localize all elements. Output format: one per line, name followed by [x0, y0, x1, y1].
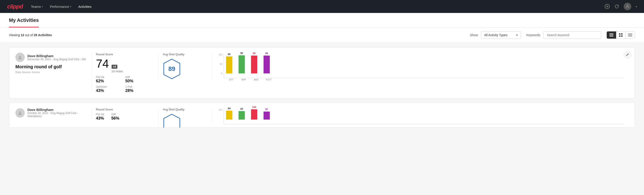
putt-bar	[264, 56, 270, 74]
arg-bar	[251, 56, 257, 74]
svg-point-15	[19, 56, 21, 58]
score-value: 74	[96, 58, 109, 70]
activity-date-2: October 16, 2021 - Gog Magog Golf Club -…	[28, 112, 87, 118]
one-putt-value: 28%	[126, 88, 150, 93]
svg-rect-4	[610, 34, 614, 34]
round-score-label-2: Round Score	[96, 108, 149, 111]
page-title: My Activities	[9, 18, 39, 28]
score-badge: +4	[112, 65, 117, 69]
ott-bar-value: 85	[228, 53, 230, 56]
svg-point-3	[627, 5, 628, 6]
quality-content-2: Avg Shot Quality	[163, 108, 184, 128]
fw-hit-stat: FW Hit 62%	[96, 76, 120, 84]
updown-stat: Up/Down 43%	[96, 85, 120, 93]
svg-point-17	[19, 111, 21, 113]
ott-bar-group: 85	[226, 53, 232, 74]
gir-value-2: 56%	[111, 116, 120, 121]
search-input[interactable]	[543, 31, 601, 39]
app-bar-group-2: 93	[238, 108, 245, 120]
ott-bar-group-2: 94	[226, 107, 232, 120]
data-source: Data Source: Arccos	[16, 71, 87, 74]
navbar-left: clippd Teams ▾ Performance ▾ Activities	[7, 3, 92, 10]
user-details-2: Dave Billingham October 16, 2021 - Gog M…	[28, 108, 87, 118]
fw-hit-label-2: FW Hit	[96, 113, 104, 116]
user-avatar[interactable]	[624, 3, 631, 10]
updown-label: Up/Down	[96, 85, 120, 88]
avg-shot-quality-label-2: Avg Shot Quality	[163, 108, 184, 111]
list-view-toggle[interactable]	[607, 32, 616, 38]
edit-button[interactable]	[624, 51, 631, 58]
activity-types-chevron-icon: ▾	[516, 33, 518, 37]
user-info-2: Dave Billingham October 16, 2021 - Gog M…	[16, 108, 87, 118]
svg-rect-13	[628, 35, 632, 36]
user-name: Dave Billingham	[28, 54, 86, 58]
one-putt-stat: 1 Putt 28%	[126, 85, 150, 93]
fw-hit-value-2: 43%	[96, 116, 104, 121]
performance-chevron-icon: ▾	[70, 5, 71, 8]
refresh-icon[interactable]	[614, 4, 619, 9]
sub-stats: FW Hit 62% GIR 50% Up/Down 43% 1 Putt 28…	[96, 76, 149, 93]
putt-bar-group: 89	[264, 52, 270, 74]
putt-bar-value: 89	[265, 52, 268, 55]
shot-quality-chart-2: 100 94 93 106 87	[212, 108, 628, 124]
svg-rect-11	[628, 34, 632, 34]
arg-bar-value: 89	[253, 52, 256, 55]
app-bar-value: 90	[240, 52, 243, 54]
svg-rect-5	[610, 35, 614, 36]
round-score-label: Round Score	[96, 53, 149, 56]
grid-view-toggle[interactable]	[616, 32, 626, 38]
hex-score-value: 89	[168, 65, 175, 72]
keywords-filter-group: Keywords:	[526, 31, 601, 39]
putt-label: PUTT	[266, 78, 272, 81]
avatar-2	[16, 108, 25, 118]
gir-label: GIR	[126, 76, 150, 79]
svg-rect-8	[621, 33, 623, 35]
nav-link-activities[interactable]: Activities	[78, 5, 92, 8]
nav-link-teams[interactable]: Teams ▾	[31, 5, 43, 8]
y-axis-0: 0	[216, 72, 222, 75]
page-header: My Activities	[0, 13, 644, 28]
avg-shot-quality-section-2: Avg Shot Quality	[158, 108, 207, 128]
teams-chevron-icon: ▾	[42, 5, 43, 8]
gir-label-2: GIR	[111, 113, 120, 116]
viewing-total: 29	[34, 33, 37, 37]
activity-card: Dave Billingham December 05, 2021 - Gog …	[9, 47, 635, 98]
view-toggles	[606, 31, 635, 39]
putt-bar-group-2: 87	[264, 108, 270, 120]
nav-links: Teams ▾ Performance ▾ Activities	[31, 5, 92, 8]
avatar	[16, 53, 25, 62]
svg-rect-6	[610, 36, 614, 36]
hex-score-display: 89	[163, 59, 181, 79]
navbar: clippd Teams ▾ Performance ▾ Activities	[0, 0, 644, 13]
y-axis-100: 100	[216, 54, 222, 56]
app-bar-group: 90	[238, 52, 245, 74]
user-chevron-icon[interactable]: ▾	[636, 5, 637, 8]
keywords-label: Keywords:	[526, 33, 541, 37]
activity-info-2: Dave Billingham October 16, 2021 - Gog M…	[16, 108, 87, 120]
activity-card-2: Dave Billingham October 16, 2021 - Gog M…	[9, 102, 635, 128]
user-info: Dave Billingham December 05, 2021 - Gog …	[16, 53, 87, 62]
logo[interactable]: clippd	[7, 3, 23, 10]
viewing-count-text: Viewing 12 out of 29 Activities	[9, 33, 464, 37]
shot-quality-chart: 100 50 0 85 90	[212, 53, 628, 81]
ott-bar-value-2: 94	[228, 107, 230, 110]
nav-link-performance[interactable]: Performance ▾	[50, 5, 71, 8]
app-bar	[238, 55, 245, 74]
round-score-section: Round Score 74 +4 18 Holes FW Hit 62% GI…	[91, 53, 154, 93]
user-details: Dave Billingham December 05, 2021 - Gog …	[28, 54, 86, 61]
svg-marker-18	[164, 114, 180, 128]
compact-view-toggle[interactable]	[626, 32, 635, 38]
add-icon[interactable]	[604, 4, 610, 9]
app-bar-value-2: 93	[240, 108, 243, 110]
one-putt-label: 1 Putt	[126, 85, 150, 88]
fw-hit-value: 62%	[96, 79, 120, 84]
ott-bar	[226, 56, 232, 74]
svg-rect-12	[628, 34, 632, 35]
filter-bar: Viewing 12 out of 29 Activities Show: Al…	[0, 28, 644, 42]
holes-count: 18 Holes	[112, 70, 123, 73]
viewing-count: 12	[21, 33, 24, 37]
activity-date: December 05, 2021 - Gog Magog Golf Club …	[28, 58, 86, 61]
putt-bar-value-2: 87	[265, 108, 268, 111]
fw-hit-label: FW Hit	[96, 76, 120, 79]
activity-types-dropdown[interactable]: All Activity Types ▾	[481, 31, 521, 39]
